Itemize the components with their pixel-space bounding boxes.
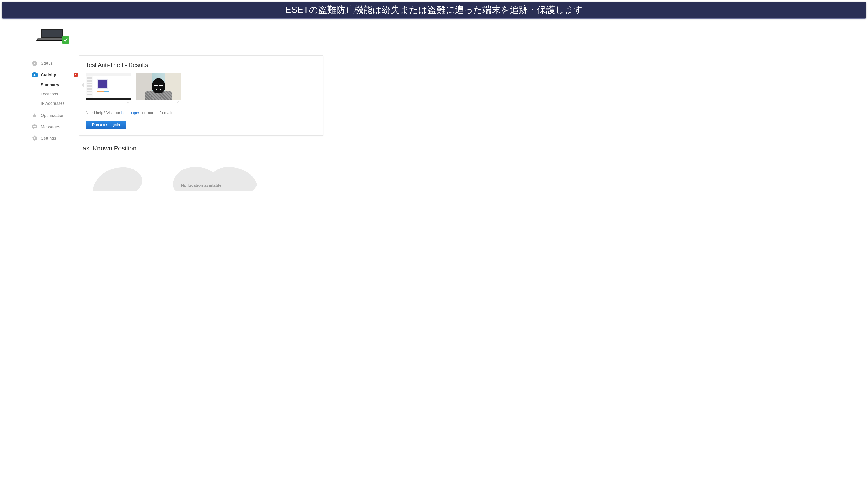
svg-point-12 — [33, 126, 34, 127]
screenshot-image — [86, 73, 131, 99]
svg-rect-1 — [42, 30, 62, 37]
results-card: Test Anti-Theft - Results — [79, 55, 323, 136]
sidebar-item-messages[interactable]: Messages — [32, 121, 79, 132]
last-known-position-title: Last Known Position — [79, 145, 323, 152]
sidebar-item-label: Status — [41, 61, 53, 66]
sidebar-item-label: Settings — [41, 136, 56, 141]
sidebar-item-status[interactable]: Status — [32, 58, 79, 69]
map-empty-state: No location available — [80, 183, 323, 188]
submenu-label: Summary — [41, 83, 59, 87]
run-test-again-button[interactable]: Run a test again — [86, 121, 126, 129]
submenu-item-ip-addresses[interactable]: IP Addresses — [41, 99, 79, 108]
sidebar-item-activity[interactable]: Activity 4 — [32, 69, 79, 80]
svg-point-13 — [34, 126, 35, 127]
activity-submenu: Summary Locations IP Addresses — [41, 80, 79, 110]
submenu-item-locations[interactable]: Locations — [41, 90, 79, 99]
camera-icon — [32, 72, 37, 78]
star-outline-icon[interactable]: ☆ — [176, 99, 180, 104]
thumbnail-screenshot[interactable]: ☆ — [86, 73, 131, 105]
sidebar-item-optimization[interactable]: Optimization — [32, 110, 79, 121]
app-page: Status Activity 4 Summary Locations IP A… — [25, 0, 323, 191]
sidebar-item-settings[interactable]: Settings — [32, 132, 79, 144]
check-icon — [63, 37, 68, 42]
help-pages-link[interactable]: help pages — [121, 111, 140, 115]
thumbnail-webcam[interactable]: ☆ — [136, 73, 181, 105]
help-prefix: Need help? Visit our — [86, 111, 121, 115]
gear-icon — [32, 135, 37, 141]
results-thumbnails: ☆ — [86, 73, 317, 105]
webcam-image — [136, 73, 181, 99]
sidebar: Status Activity 4 Summary Locations IP A… — [25, 45, 79, 144]
overlay-banner: ESETの盗難防止機能は紛失または盗難に遭った端末を追跡・保護します — [2, 2, 347, 19]
sidebar-item-label: Optimization — [41, 113, 65, 118]
star-outline-icon[interactable]: ☆ — [126, 99, 130, 104]
svg-rect-8 — [33, 72, 36, 73]
svg-point-14 — [35, 126, 36, 127]
overlay-banner-text: ESETの盗難防止機能は紛失または盗難に遭った端末を追跡・保護します — [285, 5, 347, 15]
device-status-ok-badge — [62, 36, 69, 44]
sidebar-badge: 4 — [74, 72, 78, 77]
help-suffix: for more information. — [140, 111, 177, 115]
submenu-label: IP Addresses — [41, 101, 65, 105]
submenu-item-summary[interactable]: Summary — [41, 80, 79, 90]
content-row: Status Activity 4 Summary Locations IP A… — [25, 45, 323, 191]
play-circle-icon — [32, 60, 37, 66]
help-line: Need help? Visit our help pages for more… — [86, 111, 317, 115]
results-title: Test Anti-Theft - Results — [86, 62, 317, 68]
star-icon — [32, 113, 37, 119]
submenu-label: Locations — [41, 92, 58, 96]
svg-point-9 — [34, 74, 36, 76]
main-content: Test Anti-Theft - Results — [79, 45, 323, 191]
device-laptop[interactable] — [36, 28, 68, 43]
sidebar-item-label: Messages — [41, 124, 60, 129]
map-card[interactable]: No location available — [79, 155, 323, 191]
sidebar-item-label: Activity — [41, 72, 56, 77]
chat-icon — [32, 124, 37, 130]
